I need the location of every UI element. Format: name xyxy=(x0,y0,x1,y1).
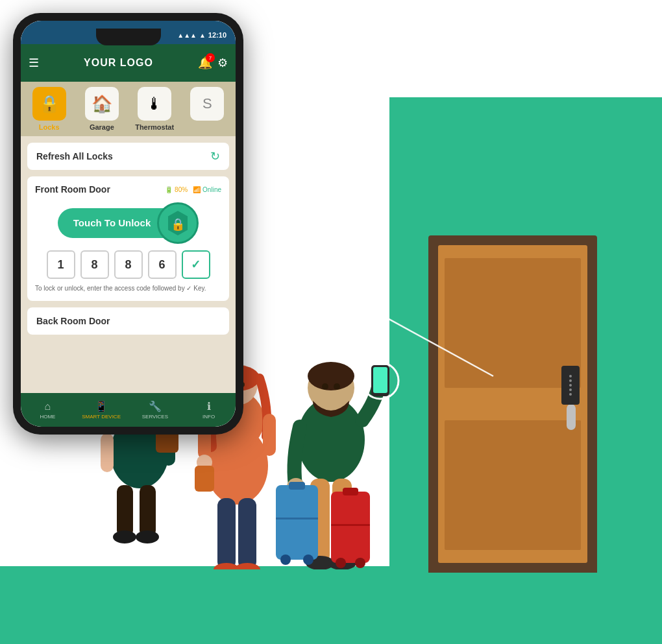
door-handle xyxy=(567,404,576,430)
luggage-handle xyxy=(289,482,305,490)
door-illustration xyxy=(428,235,597,573)
luggage-stripe xyxy=(276,518,318,519)
nav-locks[interactable]: 🔒 Locks xyxy=(25,87,73,131)
keypad-digit-2[interactable]: 8 xyxy=(80,250,109,279)
svg-rect-4 xyxy=(140,485,156,537)
luggage-blue xyxy=(276,485,318,560)
nav-more[interactable]: S xyxy=(183,87,232,131)
signal-icon: ▲▲▲ xyxy=(177,32,197,39)
door-panel xyxy=(438,245,587,563)
bottom-nav-home[interactable]: ⌂ HOME xyxy=(21,401,75,420)
luggage-red xyxy=(331,492,370,563)
door-frame xyxy=(428,235,597,573)
front-door-name: Front Room Door xyxy=(35,184,110,195)
services-nav-icon: 🔧 xyxy=(149,400,162,412)
home-nav-icon: ⌂ xyxy=(45,401,51,412)
luggage-wheel-2 xyxy=(303,555,313,565)
lock-dot-4 xyxy=(569,388,572,391)
phone-screen: ▲▲▲ ▲ 12:10 ☰ YOUR LOGO 🔔 7 ⚙ xyxy=(21,21,236,427)
garage-label: Garage xyxy=(90,123,114,131)
svg-point-37 xyxy=(322,383,328,390)
svg-point-19 xyxy=(234,563,260,569)
locks-icon: 🔒 xyxy=(39,94,60,114)
lock-dot-2 xyxy=(569,379,572,382)
luggage-red-wheel-1 xyxy=(336,558,346,568)
refresh-all-locks-bar[interactable]: Refresh All Locks ↻ xyxy=(27,143,229,170)
unlock-circle-icon: 🔒 xyxy=(157,202,199,244)
front-door-card: Front Room Door 🔋 80% 📶 Online xyxy=(27,176,229,301)
svg-point-28 xyxy=(308,362,354,390)
app-logo: YOUR LOGO xyxy=(84,57,153,69)
luggage-red-wheel-2 xyxy=(355,558,365,568)
svg-text:🔒: 🔒 xyxy=(171,217,186,232)
svg-rect-16 xyxy=(217,498,236,569)
online-status: Online xyxy=(202,186,221,193)
settings-icon[interactable]: ⚙ xyxy=(217,56,228,70)
bottom-nav-services[interactable]: 🔧 SERVICES xyxy=(129,400,182,420)
thermostat-icon: 🌡 xyxy=(146,94,163,114)
nav-thermostat[interactable]: 🌡 Thermostat xyxy=(130,87,179,131)
svg-rect-34 xyxy=(373,367,387,393)
services-nav-label: SERVICES xyxy=(142,414,168,420)
svg-point-38 xyxy=(334,383,340,390)
svg-rect-17 xyxy=(238,498,256,569)
menu-icon[interactable]: ☰ xyxy=(29,56,39,70)
header-right-controls: 🔔 7 ⚙ xyxy=(198,56,228,70)
phone-notch xyxy=(96,29,161,45)
home-nav-label: HOME xyxy=(40,414,55,420)
lock-hex-icon: 🔒 xyxy=(164,209,192,237)
svg-point-5 xyxy=(113,531,136,543)
nav-garage[interactable]: 🏠 Garage xyxy=(77,87,126,131)
keypad-digit-3[interactable]: 8 xyxy=(114,250,143,279)
lock-dot-5 xyxy=(569,393,572,396)
battery-level: 80% xyxy=(175,186,188,193)
keypad-hint: To lock or unlock, enter the access code… xyxy=(35,284,221,293)
smart-lock-device xyxy=(561,366,580,405)
luggage-wheel-1 xyxy=(280,555,291,565)
keypad-row: 1 8 8 6 ✓ xyxy=(35,250,221,279)
category-nav: 🔒 Locks 🏠 Garage 🌡 Thermostat xyxy=(21,82,236,136)
status-icons: ▲▲▲ ▲ xyxy=(177,32,206,39)
wifi-status-icon: ▲ xyxy=(199,32,206,39)
front-door-header: Front Room Door 🔋 80% 📶 Online xyxy=(35,184,221,195)
svg-rect-7 xyxy=(101,433,114,472)
wifi-icon: 📶 xyxy=(193,186,201,193)
app-content: Refresh All Locks ↻ Front Room Door 🔋 80… xyxy=(21,136,236,406)
locks-label: Locks xyxy=(39,123,60,131)
battery-status: 🔋 80% xyxy=(165,186,188,193)
keypad-digit-4[interactable]: 6 xyxy=(148,250,177,279)
app-header: ☰ YOUR LOGO 🔔 7 ⚙ xyxy=(21,44,236,82)
svg-rect-21 xyxy=(263,414,276,456)
lock-dot-1 xyxy=(569,375,572,377)
bottom-nav-smart-device[interactable]: 📱 SMART DEVICE xyxy=(75,400,129,420)
info-nav-label: INFO xyxy=(202,414,215,420)
bottom-nav-info[interactable]: ℹ INFO xyxy=(182,400,236,420)
more-icon: S xyxy=(202,95,212,112)
more-icon-box: S xyxy=(190,87,224,121)
garage-icon-box: 🏠 xyxy=(85,87,119,121)
green-floor-background xyxy=(0,566,662,644)
notification-badge: 7 xyxy=(206,53,215,62)
door-panel-upper xyxy=(445,258,581,388)
back-door-card: Back Room Door xyxy=(27,307,229,335)
refresh-icon[interactable]: ↻ xyxy=(210,149,220,163)
phone-mockup: ▲▲▲ ▲ 12:10 ☰ YOUR LOGO 🔔 7 ⚙ xyxy=(13,13,243,435)
bottom-navigation: ⌂ HOME 📱 SMART DEVICE 🔧 SERVICES ℹ INFO xyxy=(21,393,236,427)
unlock-section: Touch To Unlock 🔒 xyxy=(35,202,221,244)
luggage-red-stripe xyxy=(331,524,370,526)
status-time: 12:10 xyxy=(208,31,227,39)
app-screen: ▲▲▲ ▲ 12:10 ☰ YOUR LOGO 🔔 7 ⚙ xyxy=(21,21,236,427)
svg-point-6 xyxy=(136,531,159,543)
svg-rect-23 xyxy=(195,466,214,492)
luggage-red-handle xyxy=(343,488,358,495)
keypad-digit-1[interactable]: 1 xyxy=(47,250,75,279)
back-door-name: Back Room Door xyxy=(36,316,110,326)
touch-to-unlock-button[interactable]: Touch To Unlock xyxy=(58,208,164,238)
thermostat-label: Thermostat xyxy=(135,123,174,131)
thermostat-icon-box: 🌡 xyxy=(138,87,171,121)
svg-rect-3 xyxy=(117,485,133,537)
wifi-status: 📶 Online xyxy=(193,186,221,193)
keypad-confirm[interactable]: ✓ xyxy=(182,250,210,279)
battery-icon: 🔋 xyxy=(165,186,173,193)
notification-bell[interactable]: 🔔 7 xyxy=(198,56,212,70)
